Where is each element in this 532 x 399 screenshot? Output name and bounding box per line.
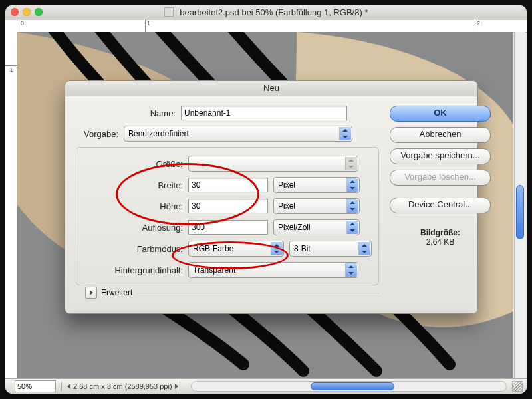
vertical-ruler[interactable]: 1 [5,32,18,378]
dialog-title: Neu [65,81,477,96]
resolution-field[interactable] [188,220,268,235]
ok-button[interactable]: OK [390,106,491,122]
ruler-tick: 1 [5,65,17,73]
width-label: Breite: [83,180,188,190]
width-field[interactable] [188,178,268,192]
scrollbar-thumb[interactable] [516,185,524,239]
vertical-scrollbar[interactable] [514,32,525,378]
save-preset-button[interactable]: Vorgabe speichern... [390,148,491,164]
resolution-unit-select[interactable]: Pixel/Zoll [273,219,360,235]
name-label: Name: [76,108,181,118]
proxy-icon[interactable] [164,7,174,17]
image-size-info: Bildgröße: 2,64 KB [390,228,491,247]
chevron-right-icon[interactable] [175,384,178,389]
status-bar: 2,68 cm x 3 cm (2589,953 ppi) [5,378,527,394]
chevrons-icon [346,178,358,192]
divider [138,293,379,293]
size-select [188,156,358,172]
document-window: bearbeitet2.psd bei 50% (Farbfüllung 1, … [5,5,527,394]
chevrons-icon [345,157,357,170]
device-central-button[interactable]: Device Central... [390,198,491,213]
width-unit-select[interactable]: Pixel [273,177,360,193]
horizontal-scrollbar[interactable] [191,381,507,392]
resolution-label: Auflösung: [83,223,188,233]
bg-content-select[interactable]: Transparent [188,262,358,278]
cancel-button[interactable]: Abbrechen [390,127,491,143]
preset-label: Vorgabe: [76,129,124,139]
ruler-tick: 2 [475,20,480,32]
chevron-right-icon [90,290,93,295]
ruler-tick: 0 [19,20,24,32]
dimensions-group: Größe: Breite: Pixel [76,147,379,285]
zoom-field[interactable] [15,380,56,392]
window-titlebar[interactable]: bearbeitet2.psd bei 50% (Farbfüllung 1, … [5,5,527,21]
advanced-label: Erweitert [101,288,132,297]
chevrons-icon [358,242,370,255]
color-mode-select[interactable]: RGB-Farbe [188,241,284,257]
height-field[interactable] [188,199,268,213]
scrollbar-thumb[interactable] [311,382,394,390]
delete-preset-button: Vorgabe löschen... [390,170,491,186]
name-field[interactable] [181,106,347,120]
bg-content-label: Hintergrundinhalt: [83,265,188,275]
size-label: Größe: [83,159,188,169]
preset-select[interactable]: Benutzerdefiniert [124,126,352,142]
height-label: Höhe: [83,201,188,211]
status-info: 2,68 cm x 3 cm (2589,953 ppi) [70,382,175,390]
chevrons-icon [345,263,357,277]
bit-depth-select[interactable]: 8-Bit [289,241,372,257]
height-unit-select[interactable]: Pixel [273,198,360,214]
chevrons-icon [339,127,351,140]
chevrons-icon [346,200,358,213]
horizontal-ruler[interactable]: 0 1 2 [5,20,527,33]
chevrons-icon [271,242,283,255]
chevrons-icon [346,221,358,234]
ruler-tick: 1 [145,20,150,32]
advanced-disclosure[interactable] [85,287,97,299]
color-mode-label: Farbmodus: [83,244,188,254]
resize-handle[interactable] [512,381,523,392]
window-title: bearbeitet2.psd bei 50% (Farbfüllung 1, … [5,7,527,17]
new-document-dialog: Neu Name: Vorgabe: Benutzerdefiniert [65,80,478,314]
